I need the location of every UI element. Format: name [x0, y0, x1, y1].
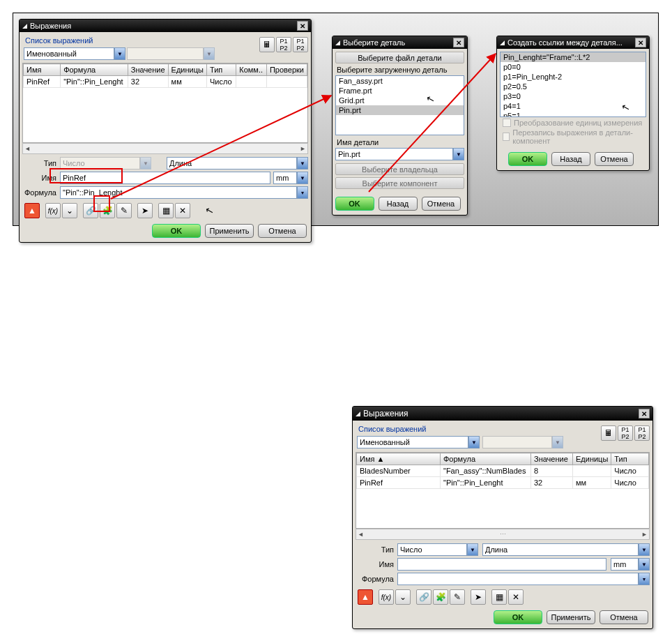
up-icon[interactable]: ▲ — [358, 589, 373, 605]
calc-icon[interactable]: 🖩 — [601, 425, 616, 441]
chevron-down-icon[interactable]: ▼ — [468, 436, 480, 448]
back-button[interactable]: Назад — [551, 152, 590, 166]
name-label: Имя — [356, 560, 397, 568]
p1-icon[interactable]: P1P2 — [618, 425, 633, 441]
ok-button[interactable]: OK — [494, 610, 542, 624]
formula-more-icon[interactable]: ▾ — [297, 186, 308, 199]
h-scrollbar[interactable]: ◄⋯► — [356, 529, 650, 540]
chevron-down-icon[interactable]: ▼ — [297, 157, 308, 169]
formula-label: Формула — [22, 188, 60, 197]
fx-icon[interactable]: f(x) — [45, 203, 61, 218]
edit-icon[interactable]: ✎ — [450, 589, 465, 605]
name-input[interactable] — [60, 172, 270, 184]
table-row[interactable]: BladesNumber "Fan_assy"::NumBlades 8 Чис… — [357, 465, 649, 477]
fx-icon[interactable]: f(x) — [379, 589, 394, 605]
chevron-down-icon[interactable]: ▼ — [467, 543, 478, 556]
measure-select[interactable] — [167, 157, 297, 169]
link1-icon[interactable]: 🔗 — [416, 589, 432, 605]
header-toolbar: 🖩 P1P2 P1P2 — [257, 35, 308, 52]
choose-file-button[interactable]: Выберите файл детали — [335, 52, 464, 63]
list-item[interactable]: Fan_assy.prt — [336, 76, 464, 86]
table-row[interactable]: PinRef "Pin"::Pin_Lenght 32 мм Число — [24, 76, 307, 88]
measure-select[interactable] — [482, 543, 639, 556]
close-icon[interactable]: ✕ — [453, 38, 464, 47]
apply-button[interactable]: Применить — [547, 610, 595, 624]
list-item[interactable]: Pin.prt — [336, 105, 464, 115]
dialog-body: Pin_Lenght="Frame"::L*2 p0=0 p1=Pin_Leng… — [497, 49, 649, 149]
filter-select[interactable] — [24, 47, 114, 60]
chevron-down-icon[interactable]: ▼ — [297, 172, 308, 184]
part-name-input[interactable] — [335, 148, 453, 160]
list-item[interactable]: p1=Pin_Lenght-2 — [501, 72, 646, 82]
list-item[interactable]: Frame.prt — [336, 86, 464, 96]
chevron-down-icon[interactable]: ▼ — [639, 543, 650, 556]
close-icon[interactable]: ✕ — [635, 38, 646, 47]
ok-button[interactable]: OK — [508, 152, 547, 166]
link2-icon[interactable]: 🧩 — [433, 589, 448, 605]
list-item[interactable]: p2=0.5 — [501, 82, 646, 91]
button-row: OK Назад Отмена — [333, 194, 467, 215]
dropdown-icon[interactable]: ⌄ — [395, 589, 411, 605]
back-button[interactable]: Назад — [379, 197, 418, 211]
close-icon[interactable]: ✕ — [639, 409, 650, 418]
dialog-body: Список выражений ▼ ▼ 🖩 P1P2 — [20, 32, 311, 221]
calc-icon[interactable]: 🖩 — [259, 37, 275, 52]
checkbox-label: Перезапись выражения в детали-компонент — [512, 128, 643, 145]
list-item[interactable]: p3=0 — [501, 91, 646, 101]
p2-icon[interactable]: P1P2 — [634, 425, 650, 441]
cancel-button[interactable]: Отмена — [258, 224, 307, 238]
grid-icon[interactable]: ▦ — [158, 203, 174, 218]
type-label: Тип — [356, 545, 397, 554]
del-icon[interactable]: ✕ — [508, 589, 524, 605]
cancel-button[interactable]: Отмена — [422, 197, 461, 211]
type-label: Тип — [22, 159, 60, 167]
type-select[interactable] — [397, 543, 467, 556]
up-icon[interactable]: ▲ — [24, 203, 40, 218]
name-input[interactable] — [397, 558, 606, 571]
go-icon[interactable]: ➤ — [137, 203, 153, 218]
formula-input[interactable] — [397, 573, 639, 585]
chevron-down-icon[interactable]: ▼ — [114, 47, 125, 60]
cancel-button[interactable]: Отмена — [600, 610, 648, 624]
list-item[interactable]: Pin_Lenght="Frame"::L*2 — [501, 52, 646, 62]
cancel-button[interactable]: Отмена — [595, 152, 634, 166]
table-row[interactable]: PinRef "Pin"::Pin_Lenght 32 мм Число — [357, 477, 649, 489]
table-header: Имя ▲ Формула Значение Единицы Тип — [357, 453, 649, 465]
formula-more-icon[interactable]: ▾ — [639, 573, 650, 585]
select-part-dialog: ◣ Выберите деталь ✕ Выберите файл детали… — [332, 36, 468, 216]
units-select[interactable] — [611, 558, 639, 571]
del-icon[interactable]: ✕ — [175, 203, 190, 218]
expressions-table[interactable]: Имя Формула Значение Единицы Тип Комм.. … — [23, 63, 307, 88]
expressions-listbox[interactable]: Pin_Lenght="Frame"::L*2 p0=0 p1=Pin_Leng… — [500, 52, 646, 117]
list-item[interactable]: Grid.prt — [336, 96, 464, 105]
chevron-down-icon[interactable]: ▼ — [639, 558, 650, 571]
titlebar[interactable]: ◣ Создать ссылки между деталя... ✕ — [497, 36, 649, 49]
grid-icon[interactable]: ▦ — [491, 589, 507, 605]
ok-button[interactable]: OK — [152, 224, 201, 238]
parts-listbox[interactable]: Fan_assy.prt Frame.prt Grid.prt Pin.prt — [335, 75, 464, 135]
titlebar[interactable]: ◣ Выражения ✕ — [353, 407, 652, 421]
close-icon[interactable]: ✕ — [297, 21, 308, 31]
link1-icon[interactable]: 🔗 — [83, 203, 98, 218]
expressions-table[interactable]: Имя ▲ Формула Значение Единицы Тип Blade… — [356, 453, 649, 489]
chevron-down-icon[interactable]: ▼ — [453, 148, 464, 160]
list-item[interactable]: p4=1 — [501, 101, 646, 111]
ok-button[interactable]: OK — [335, 197, 374, 211]
titlebar[interactable]: ◣ Выберите деталь ✕ — [333, 36, 467, 49]
go-icon[interactable]: ➤ — [471, 589, 486, 605]
edit-icon[interactable]: ✎ — [116, 203, 132, 218]
list-item[interactable]: p0=0 — [501, 62, 646, 72]
filter-select[interactable] — [357, 436, 468, 448]
h-scrollbar[interactable]: ◄► — [22, 143, 308, 154]
link2-icon[interactable]: 🧩 — [100, 203, 115, 218]
units-select[interactable] — [273, 172, 297, 184]
formula-input[interactable] — [60, 186, 297, 199]
dialog-body: Выберите файл детали Выберите загруженну… — [333, 49, 467, 194]
list-item[interactable]: p5=1 — [501, 111, 646, 117]
apply-button[interactable]: Применить — [205, 224, 254, 238]
dropdown-icon[interactable]: ⌄ — [62, 203, 77, 218]
checkbox-convert-units — [503, 119, 511, 127]
p1-icon[interactable]: P1P2 — [276, 37, 291, 52]
titlebar[interactable]: ◣ Выражения ✕ — [20, 20, 311, 32]
p2-icon[interactable]: P1P2 — [293, 37, 308, 52]
